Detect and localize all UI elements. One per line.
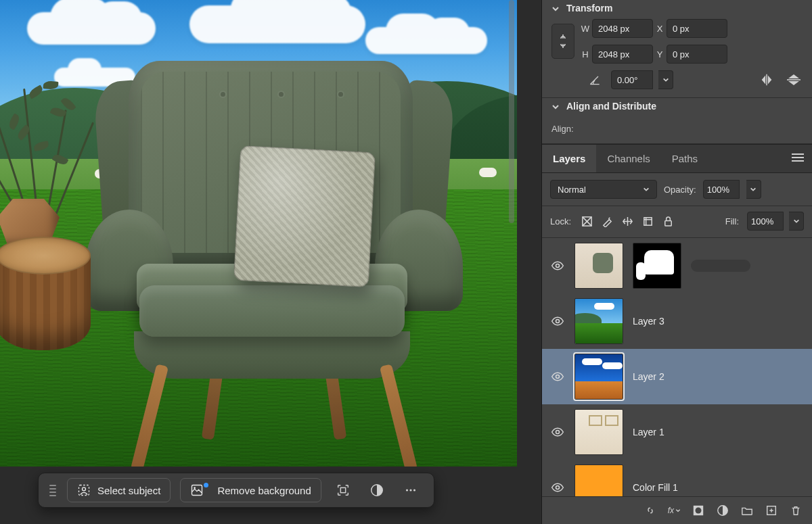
layer-thumbnail[interactable] bbox=[574, 243, 623, 289]
svg-point-7 bbox=[409, 489, 411, 491]
link-layers-icon[interactable] bbox=[644, 504, 657, 517]
layer-thumbnail[interactable] bbox=[574, 409, 623, 455]
angle-icon bbox=[588, 73, 602, 87]
layer-name[interactable]: Layer 3 bbox=[633, 316, 664, 327]
flip-vertical-button[interactable] bbox=[785, 71, 803, 89]
lock-pixels-icon[interactable] bbox=[600, 214, 614, 229]
height-input[interactable] bbox=[592, 45, 653, 64]
svg-point-14 bbox=[556, 375, 560, 379]
panel-tabs: Layers Channels Paths bbox=[542, 144, 812, 173]
opacity-label: Opacity: bbox=[664, 185, 696, 195]
layer-thumbnail[interactable] bbox=[574, 298, 623, 344]
svg-point-1 bbox=[83, 487, 86, 491]
layer-name[interactable]: Layer 1 bbox=[633, 427, 664, 437]
blend-mode-value: Normal bbox=[558, 185, 586, 195]
svg-point-18 bbox=[696, 508, 702, 514]
visibility-toggle[interactable] bbox=[550, 425, 565, 439]
chevron-down-icon bbox=[551, 102, 560, 110]
chair-image bbox=[81, 61, 467, 446]
width-input[interactable] bbox=[592, 19, 653, 38]
layers-list[interactable]: Layer 3 Layer 2 Layer 1 bbox=[542, 238, 812, 496]
svg-rect-0 bbox=[79, 485, 89, 496]
layer-row[interactable]: Layer 2 bbox=[542, 349, 812, 404]
select-subject-label: Select subject bbox=[97, 485, 160, 496]
x-label: X bbox=[653, 24, 667, 34]
transform-header[interactable]: Transform bbox=[542, 0, 812, 19]
transform-section: Transform W X H Y bbox=[542, 0, 812, 98]
y-label: Y bbox=[653, 49, 667, 59]
angle-dropdown[interactable] bbox=[658, 70, 673, 89]
new-group-icon[interactable] bbox=[740, 504, 754, 517]
flip-horizontal-button[interactable] bbox=[758, 71, 775, 89]
tab-layers[interactable]: Layers bbox=[542, 145, 596, 172]
align-label: Align: bbox=[542, 117, 812, 135]
y-input[interactable] bbox=[667, 45, 727, 64]
add-adjustment-icon[interactable] bbox=[716, 504, 729, 517]
remove-background-button[interactable]: Remove background bbox=[180, 478, 321, 502]
fill-dropdown[interactable] bbox=[789, 212, 804, 231]
panel-menu-button[interactable] bbox=[784, 146, 812, 172]
layer-thumbnail[interactable] bbox=[574, 465, 623, 496]
link-dimensions-button[interactable] bbox=[551, 24, 574, 59]
layer-row[interactable] bbox=[542, 238, 812, 293]
canvas-viewport[interactable] bbox=[0, 0, 517, 467]
layer-row[interactable]: Layer 1 bbox=[542, 404, 812, 460]
visibility-toggle[interactable] bbox=[550, 258, 565, 273]
x-input[interactable] bbox=[667, 19, 727, 38]
layer-controls: Normal Opacity: bbox=[542, 173, 812, 206]
transform-icon-button[interactable] bbox=[331, 478, 355, 502]
svg-point-12 bbox=[556, 264, 560, 268]
fill-label: Fill: bbox=[725, 216, 739, 227]
lock-artboard-icon[interactable] bbox=[640, 214, 655, 229]
adjustment-icon-button[interactable] bbox=[365, 478, 389, 502]
tab-paths[interactable]: Paths bbox=[661, 145, 708, 172]
add-mask-icon[interactable] bbox=[692, 504, 705, 517]
visibility-toggle[interactable] bbox=[550, 369, 565, 384]
lock-transparency-icon[interactable] bbox=[579, 214, 594, 229]
grip-icon[interactable] bbox=[49, 485, 56, 496]
visibility-toggle[interactable] bbox=[550, 314, 565, 329]
svg-point-13 bbox=[556, 320, 560, 323]
new-layer-icon[interactable] bbox=[765, 504, 778, 517]
angle-input[interactable] bbox=[611, 70, 653, 89]
svg-rect-11 bbox=[664, 220, 671, 226]
h-label: H bbox=[579, 49, 592, 59]
tab-channels[interactable]: Channels bbox=[596, 145, 660, 172]
align-section: Align and Distribute Align: bbox=[542, 98, 812, 144]
svg-point-3 bbox=[194, 487, 196, 489]
more-icon-button[interactable] bbox=[399, 478, 423, 502]
svg-rect-4 bbox=[340, 487, 345, 492]
layer-mask-thumbnail[interactable] bbox=[633, 243, 681, 289]
canvas-image bbox=[0, 0, 517, 467]
select-subject-button[interactable]: Select subject bbox=[67, 478, 171, 502]
transform-title: Transform bbox=[566, 3, 612, 14]
svg-rect-10 bbox=[644, 217, 651, 224]
delete-layer-icon[interactable] bbox=[789, 504, 803, 517]
lock-controls: Lock: Fill: bbox=[542, 206, 812, 238]
opacity-input[interactable] bbox=[703, 180, 740, 199]
canvas-scrollbar[interactable] bbox=[509, 0, 514, 223]
w-label: W bbox=[579, 24, 592, 34]
layer-row[interactable]: Color Fill 1 bbox=[542, 460, 812, 496]
lock-label: Lock: bbox=[550, 216, 571, 227]
lock-all-icon[interactable] bbox=[660, 214, 675, 229]
layer-row[interactable]: Layer 3 bbox=[542, 293, 812, 349]
fill-input[interactable] bbox=[747, 212, 784, 231]
right-panel: Transform W X H Y bbox=[541, 0, 812, 524]
layer-fx-button[interactable]: fx bbox=[668, 506, 681, 515]
blend-mode-select[interactable]: Normal bbox=[550, 180, 657, 199]
layer-name[interactable]: Layer 2 bbox=[633, 371, 664, 382]
remove-background-label: Remove background bbox=[217, 485, 311, 496]
svg-point-8 bbox=[413, 489, 415, 491]
visibility-toggle[interactable] bbox=[550, 480, 565, 495]
lock-position-icon[interactable] bbox=[620, 214, 635, 229]
remove-background-icon bbox=[190, 483, 204, 497]
plant-image bbox=[0, 74, 95, 216]
svg-point-15 bbox=[556, 431, 560, 434]
opacity-dropdown[interactable] bbox=[746, 180, 761, 199]
layer-name[interactable]: Color Fill 1 bbox=[633, 482, 678, 493]
svg-point-16 bbox=[556, 486, 560, 490]
layer-thumbnail[interactable] bbox=[574, 354, 623, 400]
align-header[interactable]: Align and Distribute bbox=[542, 98, 812, 117]
stump-image bbox=[0, 237, 91, 379]
